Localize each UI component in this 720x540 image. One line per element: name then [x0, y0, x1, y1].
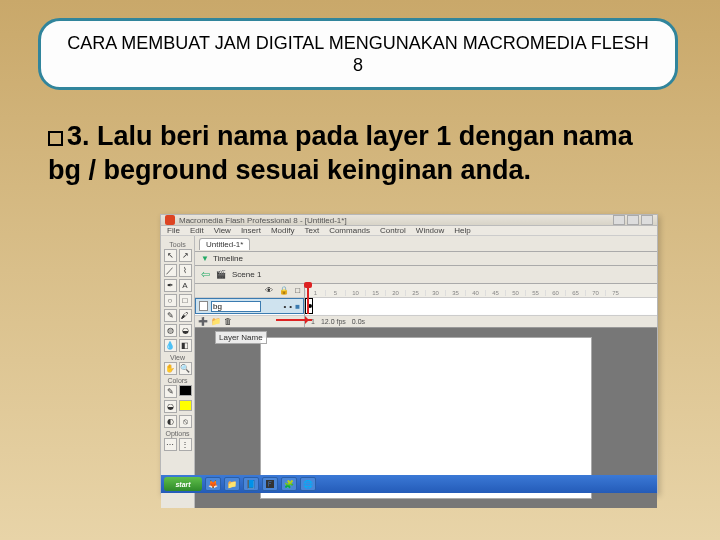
- eye-icon[interactable]: 👁: [265, 286, 273, 295]
- scene-icon: 🎬: [216, 270, 226, 279]
- tick: 30: [425, 290, 445, 296]
- menu-bar: File Edit View Insert Modify Text Comman…: [161, 226, 657, 236]
- frame-ruler: 1 5 10 15 20 25 30 35 40 45 50 55 60 65: [305, 284, 657, 298]
- playhead-icon[interactable]: [307, 284, 309, 314]
- rect-tool-icon[interactable]: □: [179, 294, 192, 307]
- selection-tool-icon[interactable]: ↖: [164, 249, 177, 262]
- disclosure-triangle-icon[interactable]: ▼: [201, 254, 209, 263]
- menu-control[interactable]: Control: [380, 226, 406, 235]
- pencil-tool-icon[interactable]: ✎: [164, 309, 177, 322]
- toolbox-panel: Tools ↖ ↗ ／ ⌇ ✒ A ○ □ ✎ 🖌 ◍ ◒ 💧 ◧ View ✋…: [161, 236, 195, 508]
- tick: 70: [585, 290, 605, 296]
- document-tabs: Untitled-1*: [195, 236, 657, 252]
- maximize-button[interactable]: [627, 215, 639, 225]
- taskbar-item[interactable]: 🌐: [300, 477, 316, 491]
- step-number: 3.: [67, 121, 90, 151]
- slide-title: CARA MEMBUAT JAM DIGITAL MENGUNAKAN MACR…: [61, 32, 655, 77]
- slide-title-box: CARA MEMBUAT JAM DIGITAL MENGUNAKAN MACR…: [38, 18, 678, 90]
- subselect-tool-icon[interactable]: ↗: [179, 249, 192, 262]
- minimize-button[interactable]: [613, 215, 625, 225]
- toolbox-label-tools: Tools: [169, 241, 185, 248]
- frame-row[interactable]: [305, 298, 657, 314]
- add-layer-icon[interactable]: ➕: [198, 317, 208, 326]
- back-arrow-icon[interactable]: ⇦: [201, 268, 210, 281]
- start-button[interactable]: start: [164, 477, 202, 491]
- footer-time: 0.0s: [352, 318, 365, 325]
- toolbox-label-options: Options: [165, 430, 189, 437]
- tick: 15: [365, 290, 385, 296]
- menu-window[interactable]: Window: [416, 226, 444, 235]
- zoom-tool-icon[interactable]: 🔍: [179, 362, 192, 375]
- main-area: Untitled-1* ▼ Timeline ⇦ 🎬 Scene 1 👁 🔒 □: [195, 236, 657, 508]
- taskbar-item[interactable]: 🅵: [262, 477, 278, 491]
- taskbar-item[interactable]: 📘: [243, 477, 259, 491]
- lock-icon[interactable]: 🔒: [279, 286, 289, 295]
- eyedropper-tool-icon[interactable]: 💧: [164, 339, 177, 352]
- menu-commands[interactable]: Commands: [329, 226, 370, 235]
- layer-name-input[interactable]: [211, 301, 261, 312]
- option-a-icon[interactable]: ⋯: [164, 438, 177, 451]
- text-tool-icon[interactable]: A: [179, 279, 192, 292]
- oval-tool-icon[interactable]: ○: [164, 294, 177, 307]
- frames-column[interactable]: 1 5 10 15 20 25 30 35 40 45 50 55 60 65: [305, 284, 657, 327]
- pen-tool-icon[interactable]: ✒: [164, 279, 177, 292]
- bw-swap-icon[interactable]: ◐: [164, 415, 177, 428]
- step-body: Lalu beri nama pada layer 1 dengan nama …: [48, 121, 633, 185]
- taskbar-item[interactable]: 📁: [224, 477, 240, 491]
- tick: 20: [385, 290, 405, 296]
- stroke-color-swatch[interactable]: [179, 385, 192, 396]
- stage-canvas[interactable]: [261, 338, 591, 498]
- add-folder-icon[interactable]: 📁: [211, 317, 221, 326]
- lasso-tool-icon[interactable]: ⌇: [179, 264, 192, 277]
- fill-bucket-icon: ◒: [164, 400, 177, 413]
- menu-text[interactable]: Text: [304, 226, 319, 235]
- tick: 10: [345, 290, 365, 296]
- close-button[interactable]: [641, 215, 653, 225]
- timeline-panel: 👁 🔒 □ ••■ ➕ 📁 🗑: [195, 284, 657, 328]
- tick: 65: [565, 290, 585, 296]
- taskbar-item[interactable]: 🧩: [281, 477, 297, 491]
- flash-screenshot: Macromedia Flash Professional 8 - [Untit…: [160, 214, 658, 494]
- tick: 55: [525, 290, 545, 296]
- option-b-icon[interactable]: ⋮: [179, 438, 192, 451]
- menu-modify[interactable]: Modify: [271, 226, 295, 235]
- line-tool-icon[interactable]: ／: [164, 264, 177, 277]
- doc-tab[interactable]: Untitled-1*: [199, 238, 250, 250]
- scene-bar: ⇦ 🎬 Scene 1: [195, 266, 657, 284]
- toolbox-label-colors: Colors: [167, 377, 187, 384]
- window-title: Macromedia Flash Professional 8 - [Untit…: [179, 216, 347, 225]
- menu-view[interactable]: View: [214, 226, 231, 235]
- tick: 50: [505, 290, 525, 296]
- tick: 45: [485, 290, 505, 296]
- annotation-label: Layer Name: [215, 331, 267, 344]
- menu-help[interactable]: Help: [454, 226, 470, 235]
- noColor-icon[interactable]: ⦸: [179, 415, 192, 428]
- bullet-icon: [48, 131, 63, 146]
- outline-icon[interactable]: □: [295, 286, 300, 295]
- timeline-label: Timeline: [213, 254, 243, 263]
- step-text: 3. Lalu beri nama pada layer 1 dengan na…: [48, 120, 668, 188]
- timeline-header[interactable]: ▼ Timeline: [195, 252, 657, 266]
- tick: 35: [445, 290, 465, 296]
- fill-color-swatch[interactable]: [179, 400, 192, 411]
- brush-tool-icon[interactable]: 🖌: [179, 309, 192, 322]
- menu-edit[interactable]: Edit: [190, 226, 204, 235]
- paintbucket-tool-icon[interactable]: ◒: [179, 324, 192, 337]
- scene-name[interactable]: Scene 1: [232, 270, 261, 279]
- eraser-tool-icon[interactable]: ◧: [179, 339, 192, 352]
- hand-tool-icon[interactable]: ✋: [164, 362, 177, 375]
- tick: 25: [405, 290, 425, 296]
- delete-layer-icon[interactable]: 🗑: [224, 317, 232, 326]
- toolbox-label-view: View: [170, 354, 185, 361]
- layer-row[interactable]: ••■: [195, 298, 304, 314]
- inkbottle-tool-icon[interactable]: ◍: [164, 324, 177, 337]
- window-titlebar[interactable]: Macromedia Flash Professional 8 - [Untit…: [161, 215, 657, 226]
- flash-app-icon: [165, 215, 175, 225]
- annotation-arrow-icon: [276, 319, 312, 321]
- menu-file[interactable]: File: [167, 226, 180, 235]
- menu-insert[interactable]: Insert: [241, 226, 261, 235]
- timeline-footer: 1 12.0 fps 0.0s: [305, 315, 657, 327]
- tick: 60: [545, 290, 565, 296]
- windows-taskbar: start 🦊 📁 📘 🅵 🧩 🌐: [161, 475, 657, 493]
- taskbar-item[interactable]: 🦊: [205, 477, 221, 491]
